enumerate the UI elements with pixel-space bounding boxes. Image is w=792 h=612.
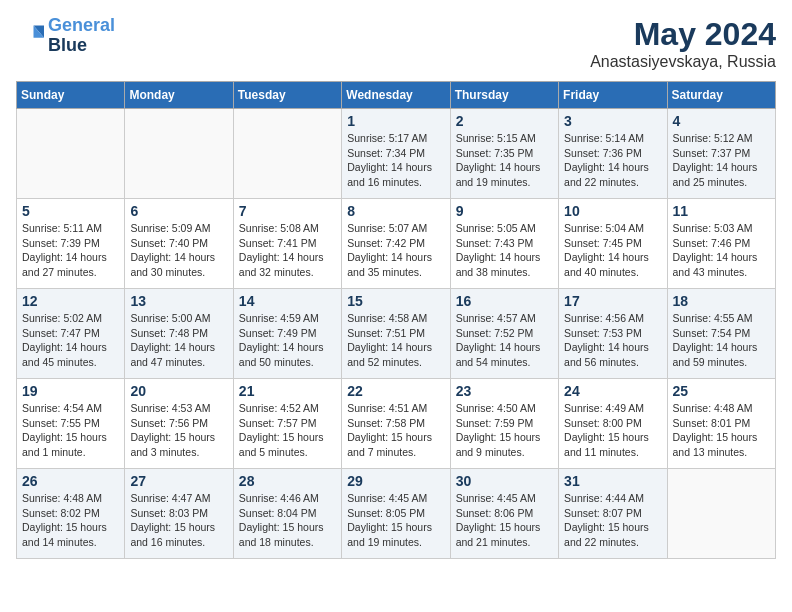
calendar-cell [17, 109, 125, 199]
day-number: 9 [456, 203, 553, 219]
day-info: Sunrise: 4:59 AM Sunset: 7:49 PM Dayligh… [239, 311, 336, 370]
calendar-cell: 3Sunrise: 5:14 AM Sunset: 7:36 PM Daylig… [559, 109, 667, 199]
day-info: Sunrise: 4:54 AM Sunset: 7:55 PM Dayligh… [22, 401, 119, 460]
day-info: Sunrise: 4:48 AM Sunset: 8:01 PM Dayligh… [673, 401, 770, 460]
week-row-2: 5Sunrise: 5:11 AM Sunset: 7:39 PM Daylig… [17, 199, 776, 289]
day-number: 24 [564, 383, 661, 399]
calendar-table: SundayMondayTuesdayWednesdayThursdayFrid… [16, 81, 776, 559]
day-number: 17 [564, 293, 661, 309]
calendar-cell: 6Sunrise: 5:09 AM Sunset: 7:40 PM Daylig… [125, 199, 233, 289]
calendar-cell: 17Sunrise: 4:56 AM Sunset: 7:53 PM Dayli… [559, 289, 667, 379]
calendar-cell: 24Sunrise: 4:49 AM Sunset: 8:00 PM Dayli… [559, 379, 667, 469]
day-number: 31 [564, 473, 661, 489]
day-info: Sunrise: 4:50 AM Sunset: 7:59 PM Dayligh… [456, 401, 553, 460]
day-info: Sunrise: 4:46 AM Sunset: 8:04 PM Dayligh… [239, 491, 336, 550]
calendar-cell: 26Sunrise: 4:48 AM Sunset: 8:02 PM Dayli… [17, 469, 125, 559]
day-number: 30 [456, 473, 553, 489]
day-number: 5 [22, 203, 119, 219]
day-info: Sunrise: 4:58 AM Sunset: 7:51 PM Dayligh… [347, 311, 444, 370]
day-info: Sunrise: 4:51 AM Sunset: 7:58 PM Dayligh… [347, 401, 444, 460]
day-info: Sunrise: 5:12 AM Sunset: 7:37 PM Dayligh… [673, 131, 770, 190]
day-number: 20 [130, 383, 227, 399]
day-number: 19 [22, 383, 119, 399]
calendar-cell: 23Sunrise: 4:50 AM Sunset: 7:59 PM Dayli… [450, 379, 558, 469]
day-number: 6 [130, 203, 227, 219]
day-info: Sunrise: 4:45 AM Sunset: 8:05 PM Dayligh… [347, 491, 444, 550]
day-info: Sunrise: 5:15 AM Sunset: 7:35 PM Dayligh… [456, 131, 553, 190]
day-number: 12 [22, 293, 119, 309]
day-info: Sunrise: 4:55 AM Sunset: 7:54 PM Dayligh… [673, 311, 770, 370]
day-number: 2 [456, 113, 553, 129]
day-number: 11 [673, 203, 770, 219]
header-day-wednesday: Wednesday [342, 82, 450, 109]
day-info: Sunrise: 4:57 AM Sunset: 7:52 PM Dayligh… [456, 311, 553, 370]
calendar-cell: 4Sunrise: 5:12 AM Sunset: 7:37 PM Daylig… [667, 109, 775, 199]
day-info: Sunrise: 4:45 AM Sunset: 8:06 PM Dayligh… [456, 491, 553, 550]
calendar-cell: 1Sunrise: 5:17 AM Sunset: 7:34 PM Daylig… [342, 109, 450, 199]
day-number: 8 [347, 203, 444, 219]
day-number: 16 [456, 293, 553, 309]
day-info: Sunrise: 5:00 AM Sunset: 7:48 PM Dayligh… [130, 311, 227, 370]
header-day-tuesday: Tuesday [233, 82, 341, 109]
header-day-saturday: Saturday [667, 82, 775, 109]
day-info: Sunrise: 4:48 AM Sunset: 8:02 PM Dayligh… [22, 491, 119, 550]
calendar-cell: 22Sunrise: 4:51 AM Sunset: 7:58 PM Dayli… [342, 379, 450, 469]
day-number: 7 [239, 203, 336, 219]
day-info: Sunrise: 5:09 AM Sunset: 7:40 PM Dayligh… [130, 221, 227, 280]
page-header: General Blue May 2024 Anastasiyevskaya, … [16, 16, 776, 71]
day-info: Sunrise: 4:49 AM Sunset: 8:00 PM Dayligh… [564, 401, 661, 460]
calendar-cell: 8Sunrise: 5:07 AM Sunset: 7:42 PM Daylig… [342, 199, 450, 289]
calendar-cell: 9Sunrise: 5:05 AM Sunset: 7:43 PM Daylig… [450, 199, 558, 289]
subtitle: Anastasiyevskaya, Russia [590, 53, 776, 71]
day-info: Sunrise: 5:05 AM Sunset: 7:43 PM Dayligh… [456, 221, 553, 280]
calendar-cell: 2Sunrise: 5:15 AM Sunset: 7:35 PM Daylig… [450, 109, 558, 199]
calendar-cell: 31Sunrise: 4:44 AM Sunset: 8:07 PM Dayli… [559, 469, 667, 559]
day-number: 10 [564, 203, 661, 219]
day-number: 15 [347, 293, 444, 309]
day-info: Sunrise: 5:07 AM Sunset: 7:42 PM Dayligh… [347, 221, 444, 280]
calendar-cell: 5Sunrise: 5:11 AM Sunset: 7:39 PM Daylig… [17, 199, 125, 289]
calendar-cell: 21Sunrise: 4:52 AM Sunset: 7:57 PM Dayli… [233, 379, 341, 469]
calendar-cell: 12Sunrise: 5:02 AM Sunset: 7:47 PM Dayli… [17, 289, 125, 379]
calendar-cell: 27Sunrise: 4:47 AM Sunset: 8:03 PM Dayli… [125, 469, 233, 559]
calendar-cell: 7Sunrise: 5:08 AM Sunset: 7:41 PM Daylig… [233, 199, 341, 289]
header-day-monday: Monday [125, 82, 233, 109]
title-block: May 2024 Anastasiyevskaya, Russia [590, 16, 776, 71]
day-number: 4 [673, 113, 770, 129]
day-info: Sunrise: 4:53 AM Sunset: 7:56 PM Dayligh… [130, 401, 227, 460]
day-info: Sunrise: 4:47 AM Sunset: 8:03 PM Dayligh… [130, 491, 227, 550]
calendar-cell: 25Sunrise: 4:48 AM Sunset: 8:01 PM Dayli… [667, 379, 775, 469]
week-row-1: 1Sunrise: 5:17 AM Sunset: 7:34 PM Daylig… [17, 109, 776, 199]
week-row-5: 26Sunrise: 4:48 AM Sunset: 8:02 PM Dayli… [17, 469, 776, 559]
header-day-sunday: Sunday [17, 82, 125, 109]
calendar-cell [125, 109, 233, 199]
calendar-cell: 30Sunrise: 4:45 AM Sunset: 8:06 PM Dayli… [450, 469, 558, 559]
day-number: 28 [239, 473, 336, 489]
day-info: Sunrise: 5:17 AM Sunset: 7:34 PM Dayligh… [347, 131, 444, 190]
day-number: 1 [347, 113, 444, 129]
calendar-cell: 28Sunrise: 4:46 AM Sunset: 8:04 PM Dayli… [233, 469, 341, 559]
day-number: 23 [456, 383, 553, 399]
week-row-4: 19Sunrise: 4:54 AM Sunset: 7:55 PM Dayli… [17, 379, 776, 469]
calendar-cell: 10Sunrise: 5:04 AM Sunset: 7:45 PM Dayli… [559, 199, 667, 289]
calendar-cell: 16Sunrise: 4:57 AM Sunset: 7:52 PM Dayli… [450, 289, 558, 379]
calendar-cell: 11Sunrise: 5:03 AM Sunset: 7:46 PM Dayli… [667, 199, 775, 289]
calendar-cell: 29Sunrise: 4:45 AM Sunset: 8:05 PM Dayli… [342, 469, 450, 559]
day-number: 26 [22, 473, 119, 489]
day-number: 27 [130, 473, 227, 489]
day-info: Sunrise: 5:08 AM Sunset: 7:41 PM Dayligh… [239, 221, 336, 280]
day-number: 29 [347, 473, 444, 489]
day-info: Sunrise: 4:44 AM Sunset: 8:07 PM Dayligh… [564, 491, 661, 550]
calendar-cell [233, 109, 341, 199]
day-number: 21 [239, 383, 336, 399]
main-title: May 2024 [590, 16, 776, 53]
day-number: 3 [564, 113, 661, 129]
calendar-cell [667, 469, 775, 559]
day-info: Sunrise: 5:02 AM Sunset: 7:47 PM Dayligh… [22, 311, 119, 370]
logo: General Blue [16, 16, 115, 56]
calendar-cell: 14Sunrise: 4:59 AM Sunset: 7:49 PM Dayli… [233, 289, 341, 379]
day-info: Sunrise: 5:11 AM Sunset: 7:39 PM Dayligh… [22, 221, 119, 280]
day-info: Sunrise: 5:14 AM Sunset: 7:36 PM Dayligh… [564, 131, 661, 190]
week-row-3: 12Sunrise: 5:02 AM Sunset: 7:47 PM Dayli… [17, 289, 776, 379]
calendar-cell: 18Sunrise: 4:55 AM Sunset: 7:54 PM Dayli… [667, 289, 775, 379]
